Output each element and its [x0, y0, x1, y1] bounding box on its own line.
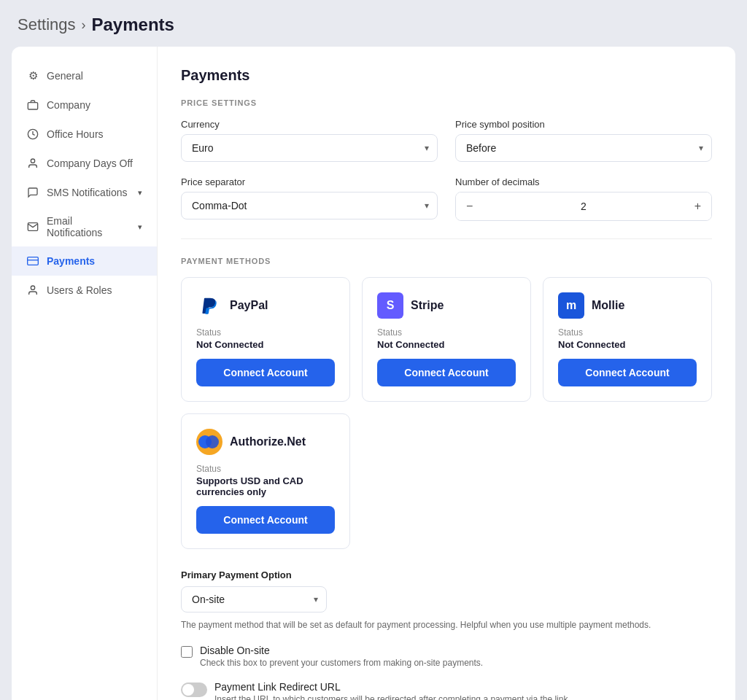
price-symbol-select-wrapper: Before After ▾	[455, 134, 712, 162]
gear-icon: ⚙	[26, 69, 39, 82]
paypal-header: PayPal	[196, 292, 335, 319]
sidebar-label-office-hours: Office Hours	[47, 128, 104, 140]
authorizenet-name: Authorize.Net	[230, 435, 306, 448]
breadcrumb-chevron: ›	[82, 18, 86, 33]
mollie-header: m Mollie	[558, 292, 697, 319]
payment-methods-row2: Authorize.Net Status Supports USD and CA…	[181, 413, 712, 549]
decrement-button[interactable]: −	[456, 192, 483, 220]
payment-link-sub: Insert the URL to which customers will b…	[214, 694, 568, 700]
sidebar-label-general: General	[47, 70, 83, 82]
price-separator-group: Price separator Comma-Dot Dot-Comma None…	[181, 176, 438, 221]
primary-select-wrapper: On-site PayPal Stripe Mollie ▾	[181, 586, 327, 612]
stripe-status-group: Status Not Connected	[377, 327, 516, 350]
stripe-card: S Stripe Status Not Connected Connect Ac…	[362, 277, 531, 402]
sidebar-label-users-roles: Users & Roles	[47, 284, 112, 296]
briefcase-icon	[26, 98, 39, 112]
users-icon	[26, 284, 39, 297]
mollie-status-label: Status	[558, 327, 697, 338]
paypal-connect-button[interactable]: Connect Account	[196, 359, 335, 386]
stripe-status-value: Not Connected	[377, 339, 516, 350]
sidebar-item-sms-notifications[interactable]: SMS Notifications ▾	[12, 178, 157, 207]
stripe-connect-button[interactable]: Connect Account	[377, 359, 516, 386]
price-symbol-group: Price symbol position Before After ▾	[455, 119, 712, 162]
payment-link-label: Payment Link Redirect URL	[214, 681, 568, 693]
svg-point-8	[206, 435, 219, 448]
disable-onsite-sub: Check this box to prevent your customers…	[200, 658, 483, 668]
disable-onsite-label: Disable On-site	[200, 645, 483, 656]
sidebar-label-payments: Payments	[47, 255, 95, 267]
price-symbol-select[interactable]: Before After	[455, 134, 712, 162]
settings-breadcrumb-label[interactable]: Settings	[18, 15, 76, 34]
payment-link-text: Payment Link Redirect URL Insert the URL…	[214, 681, 568, 700]
price-separator-select[interactable]: Comma-Dot Dot-Comma None	[181, 192, 438, 219]
stripe-logo: S	[377, 292, 403, 319]
sidebar-label-company-days-off: Company Days Off	[47, 158, 133, 169]
payment-link-toggle[interactable]	[181, 682, 207, 697]
chevron-down-icon: ▾	[138, 188, 142, 198]
sidebar-label-sms-notifications: SMS Notifications	[47, 187, 127, 198]
price-separator-label: Price separator	[181, 176, 438, 187]
mollie-status-group: Status Not Connected	[558, 327, 697, 350]
payment-link-row: Payment Link Redirect URL Insert the URL…	[181, 681, 712, 700]
svg-rect-0	[28, 103, 37, 109]
price-settings-label: PRICE SETTINGS	[181, 98, 712, 107]
currency-select-wrapper: Euro USD GBP JPY ▾	[181, 134, 438, 162]
sidebar-item-company[interactable]: Company	[12, 90, 157, 120]
sidebar-item-payments[interactable]: Payments	[12, 246, 157, 276]
mollie-name: Mollie	[592, 299, 624, 312]
currency-label: Currency	[181, 119, 438, 130]
sidebar-item-general[interactable]: ⚙ General	[12, 61, 157, 90]
sidebar: ⚙ General Company Office Hours Company D…	[12, 47, 158, 700]
disable-onsite-checkbox[interactable]	[181, 646, 193, 658]
payment-methods-grid: PayPal Status Not Connected Connect Acco…	[181, 277, 712, 402]
paypal-logo	[196, 292, 222, 319]
stripe-name: Stripe	[411, 299, 444, 312]
person-icon	[26, 157, 39, 170]
section-divider	[181, 238, 712, 239]
authorizenet-logo	[196, 429, 222, 455]
primary-payment-select[interactable]: On-site PayPal Stripe Mollie	[181, 586, 327, 612]
svg-point-2	[31, 159, 34, 163]
stripe-status-label: Status	[377, 327, 516, 338]
main-container: ⚙ General Company Office Hours Company D…	[12, 47, 735, 700]
price-settings-grid: Currency Euro USD GBP JPY ▾ Price symbol…	[181, 119, 712, 221]
main-content: Payments PRICE SETTINGS Currency Euro US…	[158, 47, 735, 700]
currency-select[interactable]: Euro USD GBP JPY	[181, 134, 438, 162]
number-decimals-label: Number of decimals	[455, 176, 712, 187]
disable-onsite-text: Disable On-site Check this box to preven…	[200, 645, 483, 668]
number-decimals-field: − 2 +	[455, 192, 712, 221]
increment-button[interactable]: +	[684, 192, 711, 220]
chat-icon	[26, 186, 39, 199]
sidebar-item-office-hours[interactable]: Office Hours	[12, 120, 157, 149]
paypal-status-label: Status	[196, 327, 335, 338]
disable-onsite-row: Disable On-site Check this box to preven…	[181, 645, 712, 668]
mollie-status-value: Not Connected	[558, 339, 697, 350]
number-decimals-group: Number of decimals − 2 +	[455, 176, 712, 221]
authorizenet-connect-button[interactable]: Connect Account	[196, 506, 335, 534]
primary-payment-label: Primary Payment Option	[181, 569, 712, 580]
clock-icon	[26, 128, 39, 141]
email-icon	[26, 220, 39, 233]
chevron-down-icon-2: ▾	[138, 222, 142, 232]
mollie-card: m Mollie Status Not Connected Connect Ac…	[543, 277, 712, 402]
sidebar-item-email-notifications[interactable]: Email Notifications ▾	[12, 207, 157, 246]
mollie-connect-button[interactable]: Connect Account	[558, 359, 697, 386]
price-separator-select-wrapper: Comma-Dot Dot-Comma None ▾	[181, 192, 438, 219]
authorizenet-card: Authorize.Net Status Supports USD and CA…	[181, 413, 350, 549]
sidebar-item-users-roles[interactable]: Users & Roles	[12, 276, 157, 305]
currency-group: Currency Euro USD GBP JPY ▾	[181, 119, 438, 162]
stripe-header: S Stripe	[377, 292, 516, 319]
payment-methods-label: PAYMENT METHODS	[181, 257, 712, 265]
page-title: Payments	[181, 67, 712, 84]
authorizenet-status-group: Status Supports USD and CAD currencies o…	[196, 464, 335, 497]
primary-payment-helper: The payment method that will be set as d…	[181, 618, 655, 631]
authorizenet-status-label: Status	[196, 464, 335, 474]
sidebar-item-company-days-off[interactable]: Company Days Off	[12, 149, 157, 178]
paypal-card: PayPal Status Not Connected Connect Acco…	[181, 277, 350, 402]
breadcrumb: Settings › Payments	[0, 0, 747, 47]
sidebar-label-email-notifications: Email Notifications	[47, 215, 131, 238]
card-icon	[26, 254, 39, 268]
page-heading: Payments	[92, 15, 174, 35]
authorizenet-header: Authorize.Net	[196, 429, 335, 455]
svg-rect-3	[28, 257, 39, 265]
